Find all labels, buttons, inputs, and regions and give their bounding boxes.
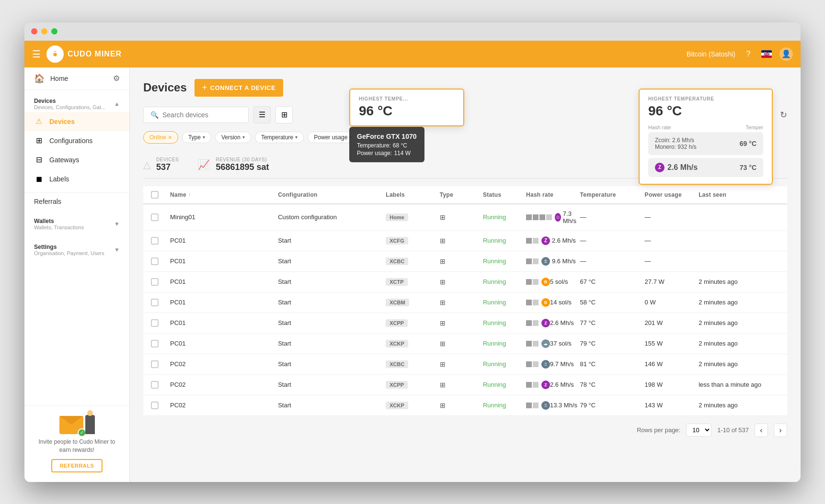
row-config: Start	[278, 319, 386, 326]
filter-temperature[interactable]: Temperature ▾	[255, 132, 304, 143]
config-icon: ⊞	[34, 136, 44, 146]
table-row[interactable]: Mining01 Custom configuration Home ⊞ Run…	[143, 204, 787, 231]
user-avatar[interactable]: 👤	[779, 47, 793, 61]
wallets-group-header[interactable]: Wallets Wallets, Transactions ▼	[24, 214, 129, 232]
connect-device-button[interactable]: + CONNECT A DEVICE	[195, 79, 283, 97]
row-type: ⊞	[440, 319, 483, 327]
sort-icon[interactable]: ↑	[188, 192, 191, 197]
select-all-checkbox[interactable]	[151, 191, 159, 199]
refresh-icon[interactable]: ↻	[780, 110, 787, 120]
row-config: Start	[278, 237, 386, 244]
hover-card-right-title: HIGHEST TEMPERATURE	[648, 96, 763, 101]
main-content: Devices + CONNECT A DEVICE 🔍 ☰ ⊞	[130, 67, 801, 482]
table-row[interactable]: PC02 Start XCBC ⊞ Running Ξ 9.7 Mh/s 81 …	[143, 354, 787, 375]
revenue-label: REVENUE (30 DAYS)	[216, 157, 269, 162]
filter-online[interactable]: Online ×	[143, 131, 178, 144]
row-lastseen: less than a minute ago	[699, 381, 779, 388]
row-name: PC01	[170, 278, 278, 285]
search-input[interactable]	[162, 111, 239, 119]
sidebar-item-configurations[interactable]: ⊞ Configurations	[24, 131, 129, 150]
sidebar-item-gateways[interactable]: ⊟ Gateways	[24, 150, 129, 169]
type-filter-label: Type	[188, 134, 201, 141]
row-temp: —	[580, 258, 645, 265]
row-checkbox	[151, 381, 170, 389]
row-name: PC02	[170, 402, 278, 409]
grid-view-button[interactable]: ⊞	[275, 106, 293, 123]
remove-online-filter-icon[interactable]: ×	[168, 134, 172, 141]
filter-power[interactable]: Power usage ▾	[308, 132, 358, 143]
row-type: ⊞	[440, 340, 483, 347]
row-name: PC01	[170, 299, 278, 306]
sidebar-item-devices[interactable]: ⚠ Devices	[24, 112, 129, 131]
header-hashrate: Hash rate	[526, 191, 580, 198]
filter-type[interactable]: Type ▾	[182, 132, 211, 143]
row-type: ⊞	[440, 299, 483, 306]
row-name: Mining01	[170, 213, 278, 221]
sidebar-item-referrals[interactable]: Referrals	[24, 192, 129, 210]
hamburger-icon[interactable]: ☰	[32, 48, 41, 60]
table-row[interactable]: PC01 Start XCFG ⊞ Running Z 2.6 Mh/s — —	[143, 231, 787, 251]
next-page-button[interactable]: ›	[774, 424, 787, 437]
header-temperature: Temperature	[580, 191, 645, 198]
currency-label: Bitcoin (Satoshi)	[687, 50, 735, 58]
windows-icon: ⊞	[440, 213, 446, 221]
prev-page-button[interactable]: ‹	[755, 424, 768, 437]
power-filter-label: Power usage	[314, 134, 347, 141]
settings-gear-icon[interactable]: ⚙	[113, 74, 120, 83]
header-config: Configuration	[278, 191, 386, 198]
row-name: PC01	[170, 258, 278, 265]
logo-text: CUDO MINER	[68, 50, 122, 58]
row-temp: 77 °C	[580, 319, 645, 326]
header-status: Status	[483, 191, 526, 198]
row-temp: 79 °C	[580, 402, 645, 409]
row-checkbox	[151, 360, 170, 368]
sidebar-item-home[interactable]: 🏠 Home ⚙	[24, 67, 129, 90]
hover-sub-card-2: Z 2.6 Mh/s 73 °C	[648, 158, 763, 177]
revenue-stat-icon: 📈	[198, 159, 210, 170]
sidebar-item-labels[interactable]: ◼ Labels	[24, 169, 129, 189]
rows-per-page-select[interactable]: 10 25 50	[686, 424, 711, 437]
hover-card-row2-hash: 2.6 Mh/s	[667, 163, 698, 172]
row-type: ⊞	[440, 258, 483, 265]
person-icon	[85, 415, 95, 434]
table-row[interactable]: PC02 Start XCPP ⊞ Running Z 2.6 Mh/s 78 …	[143, 375, 787, 395]
referrals-button[interactable]: REFERRALS	[51, 459, 103, 472]
navbar: ☰ CUDO MINER Bitcoin (Satoshi) ? 🇬🇧 👤	[24, 41, 801, 67]
gateway-icon: ⊟	[34, 155, 44, 165]
row-config: Custom configuration	[278, 213, 386, 221]
language-icon[interactable]: 🇬🇧	[761, 50, 772, 58]
connect-btn-label: CONNECT A DEVICE	[210, 84, 275, 91]
table-row[interactable]: PC01 Start XCPP ⊞ Running Z 2.6 Mh/s 77 …	[143, 313, 787, 334]
filter-version[interactable]: Version ▾	[215, 132, 251, 143]
settings-group-header[interactable]: Settings Organisation, Payment, Users ▼	[24, 240, 129, 258]
row-name: PC01	[170, 319, 278, 326]
row-temp: 78 °C	[580, 381, 645, 388]
table-row[interactable]: PC01 Start XCKP ⊞ Running ☁ 37 sol/s 79 …	[143, 334, 787, 354]
hover-card-row1-algo: Zcoin: 2.6 Mh/s	[655, 137, 697, 144]
titlebar	[24, 22, 801, 41]
list-view-button[interactable]: ☰	[253, 106, 271, 123]
hover-card-hash-col: Hash rate	[648, 124, 671, 130]
row-config: Start	[278, 278, 386, 285]
maximize-btn[interactable]	[51, 28, 57, 34]
sidebar-bottom: ✓ Invite people to Cudo Miner to earn re…	[24, 405, 129, 482]
table-row[interactable]: PC01 Start XCBM ⊞ Running B 14 sol/s 58 …	[143, 292, 787, 313]
help-icon[interactable]: ?	[743, 49, 754, 59]
row-lastseen: 2 minutes ago	[699, 319, 779, 326]
devices-group-header[interactable]: Devices Devices, Configurations, Gat... …	[24, 94, 129, 112]
hover-card-left: HIGHEST TEMPE... 96 °C	[349, 89, 464, 126]
row-config: Start	[278, 258, 386, 265]
close-btn[interactable]	[31, 28, 37, 34]
row-power: 155 W	[645, 340, 699, 347]
sidebar-item-gateways-label: Gateways	[49, 156, 79, 164]
wallets-title: Wallets	[34, 218, 84, 224]
table-row[interactable]: PC01 Start XCBC ⊞ Running Ξ 9.6 Mh/s — —	[143, 251, 787, 272]
zcoin-icon: Z	[655, 163, 665, 172]
table-row[interactable]: PC01 Start XCTP ⊞ Running B 5 sol/s 67 °…	[143, 272, 787, 292]
row-lastseen: 2 minutes ago	[699, 360, 779, 368]
table-row[interactable]: PC02 Start XCKP ⊞ Running Ξ 13.3 Mh/s 79…	[143, 395, 787, 416]
content-wrapper: Devices + CONNECT A DEVICE 🔍 ☰ ⊞	[143, 79, 787, 445]
row-config: Start	[278, 340, 386, 347]
row-temp: 79 °C	[580, 340, 645, 347]
minimize-btn[interactable]	[41, 28, 47, 34]
